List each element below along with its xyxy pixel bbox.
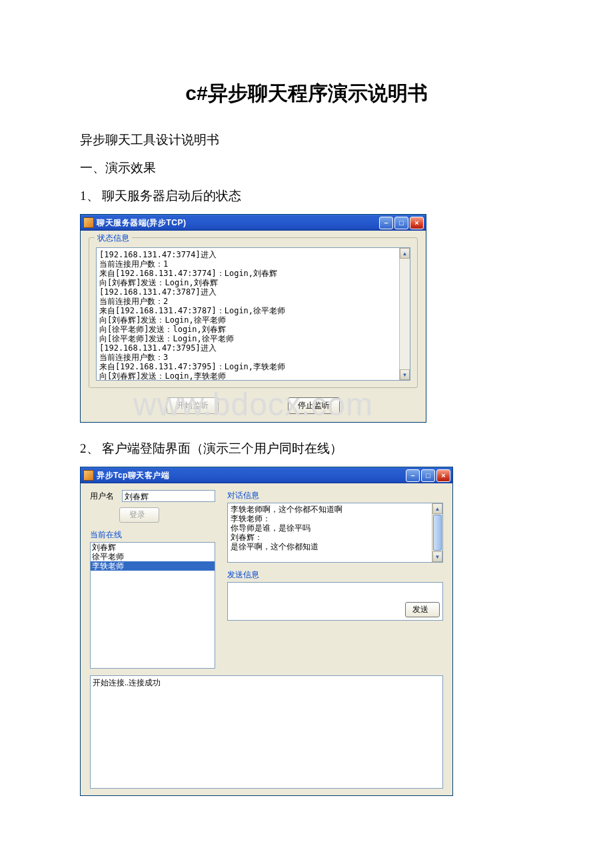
groupbox-legend: 状态信息 bbox=[95, 233, 132, 244]
scrollbar[interactable]: ▲ ▼ bbox=[432, 503, 442, 562]
section-heading: 一、演示效果 bbox=[80, 155, 533, 181]
send-button[interactable]: 发送 bbox=[405, 602, 440, 617]
app-icon bbox=[83, 217, 94, 228]
maximize-button[interactable]: □ bbox=[421, 469, 435, 482]
close-button[interactable]: × bbox=[436, 469, 450, 482]
login-button[interactable]: 登录 bbox=[119, 507, 159, 523]
list-item-1: 1、 聊天服务器启动后的状态 bbox=[80, 183, 533, 209]
status-textarea[interactable]: 开始连接..连接成功 bbox=[90, 675, 443, 789]
titlebar[interactable]: 异步Tcp聊天客户端 – □ × bbox=[81, 467, 452, 483]
client-window: 异步Tcp聊天客户端 – □ × 用户名 刘春辉 登录 当前在线 刘春辉 bbox=[80, 467, 453, 796]
online-users-list[interactable]: 刘春辉徐平老师李轶老师 bbox=[90, 542, 215, 669]
scroll-down-icon[interactable]: ▼ bbox=[400, 369, 410, 380]
app-icon bbox=[83, 470, 94, 481]
dialog-label: 对话信息 bbox=[227, 490, 443, 501]
send-textarea[interactable]: 发送 bbox=[227, 582, 443, 621]
doc-title: c#异步聊天程序演示说明书 bbox=[80, 80, 533, 107]
minimize-button[interactable]: – bbox=[379, 217, 393, 229]
start-listen-button[interactable]: 开始监听 bbox=[167, 397, 219, 414]
send-label: 发送信息 bbox=[227, 569, 443, 581]
list-item[interactable]: 李轶老师 bbox=[91, 561, 215, 571]
maximize-button[interactable]: □ bbox=[394, 217, 408, 229]
list-item[interactable]: 徐平老师 bbox=[91, 552, 215, 561]
scroll-up-icon[interactable]: ▲ bbox=[400, 248, 410, 259]
list-item[interactable]: 刘春辉 bbox=[91, 543, 215, 552]
scrollbar[interactable]: ▲ ▼ bbox=[399, 248, 410, 380]
log-textarea[interactable]: [192.168.131.47:3774]进入 当前连接用户数：1 来自[192… bbox=[96, 247, 410, 381]
dialog-textarea[interactable]: 李轶老师啊，这个你都不知道啊 李轶老师： 你导师是谁，是徐平吗 刘春辉： 是徐平… bbox=[227, 503, 443, 563]
doc-subtitle: 异步聊天工具设计说明书 bbox=[80, 127, 533, 153]
username-input[interactable]: 刘春辉 bbox=[122, 490, 215, 502]
list-item-2: 2、 客户端登陆界面（演示三个用户同时在线） bbox=[80, 436, 533, 461]
close-button[interactable]: × bbox=[410, 217, 424, 229]
minimize-button[interactable]: – bbox=[406, 469, 420, 482]
window-title: 异步Tcp聊天客户端 bbox=[97, 470, 406, 481]
status-groupbox: 状态信息 [192.168.131.47:3774]进入 当前连接用户数：1 来… bbox=[89, 237, 418, 388]
scroll-up-icon[interactable]: ▲ bbox=[432, 503, 442, 514]
titlebar[interactable]: 聊天服务器端(异步TCP) – □ × bbox=[81, 215, 426, 231]
stop-listen-button[interactable]: 停止监听 bbox=[288, 397, 340, 414]
server-window: 聊天服务器端(异步TCP) – □ × 状态信息 [192.168.131.47… bbox=[80, 214, 426, 423]
scroll-down-icon[interactable]: ▼ bbox=[432, 551, 442, 562]
window-title: 聊天服务器端(异步TCP) bbox=[97, 217, 379, 229]
online-label: 当前在线 bbox=[90, 529, 215, 541]
username-label: 用户名 bbox=[90, 491, 117, 502]
